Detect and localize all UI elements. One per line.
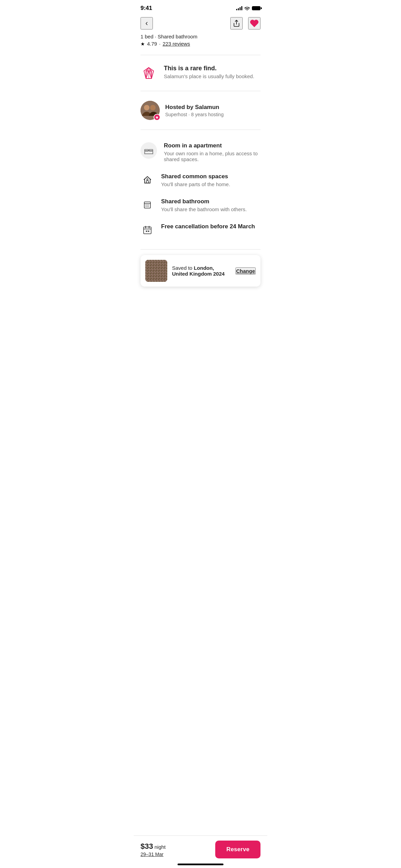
status-icons [236,6,260,10]
back-button[interactable]: ‹ [141,17,153,29]
superhost-badge [154,114,160,121]
change-list-button[interactable]: Change [235,267,256,275]
rating-separator: · [159,41,160,47]
feature-free-cancellation: Free cancellation before 24 March [141,218,260,242]
signal-icon [236,6,242,10]
features-section: Room in a apartment Your own room in a h… [134,134,267,245]
property-type: 1 bed · Shared bathroom [141,34,260,39]
feature-room-title: Room in a apartment [164,142,260,149]
rating-number: 4.79 [147,41,157,47]
svg-point-9 [150,105,156,110]
feature-shared-common: Shared common spaces You'll share parts … [141,168,260,193]
saved-banner: Saved to London, United Kingdom 2024 Cha… [141,255,260,287]
price-row: $33 night [141,842,166,851]
rare-find-section: This is a rare find. Salamun's place is … [134,59,267,87]
host-name: Hosted by Salamun [165,104,223,111]
nav-bar: ‹ [134,14,267,34]
rare-find-description: Salamun's place is usually fully booked. [164,73,254,79]
saved-text: Saved to London, United Kingdom 2024 [172,265,231,277]
divider-3 [141,130,260,130]
divider-1 [141,55,260,55]
svg-marker-4 [149,71,151,79]
svg-marker-3 [146,71,149,79]
divider-4 [141,249,260,250]
price-section: $33 night 29–31 Mar [141,842,166,857]
feature-shared-common-text: Shared common spaces You'll share parts … [161,173,230,187]
property-summary: 1 bed · Shared bathroom ★ 4.79 · 223 rev… [134,34,267,51]
rare-find-title: This is a rare find. [164,65,254,72]
rare-find-text: This is a rare find. Salamun's place is … [164,65,254,79]
svg-rect-29 [144,227,151,234]
back-arrow-icon: ‹ [145,19,148,28]
shared-bathroom-icon [141,198,154,212]
feature-free-cancellation-text: Free cancellation before 24 March [161,223,255,231]
page-content: 1 bed · Shared bathroom ★ 4.79 · 223 rev… [134,34,267,333]
nav-actions [230,17,260,29]
feature-shared-common-description: You'll share parts of the home. [161,181,230,187]
saved-info: Saved to London, United Kingdom 2024 [172,265,231,277]
feature-shared-bathroom: Shared bathroom You'll share the bathroo… [141,193,260,218]
reviews-link[interactable]: 223 reviews [162,41,190,47]
home-indicator [178,864,223,865]
host-avatar-wrap [141,101,160,120]
svg-marker-10 [156,116,159,119]
favorite-button[interactable] [248,17,260,29]
status-time: 9:41 [141,5,152,12]
star-icon: ★ [141,41,145,47]
feature-free-cancellation-title: Free cancellation before 24 March [161,223,255,230]
saved-thumbnail-image [145,260,167,282]
free-cancellation-icon [141,223,154,237]
saved-thumbnail [145,260,167,282]
host-subtitle: Superhost · 8 years hosting [165,112,223,117]
status-bar: 9:41 [134,0,267,14]
host-info: Hosted by Salamun Superhost · 8 years ho… [165,104,223,117]
host-section: Hosted by Salamun Superhost · 8 years ho… [134,95,267,125]
divider-2 [141,91,260,91]
svg-rect-19 [144,202,150,208]
svg-rect-17 [146,181,148,183]
battery-icon [252,6,260,10]
feature-room-apartment: Room in a apartment Your own room in a h… [141,137,260,168]
rating-row: ★ 4.79 · 223 reviews [141,41,260,47]
price-dates[interactable]: 29–31 Mar [141,852,166,857]
feature-shared-bathroom-text: Shared bathroom You'll share the bathroo… [161,198,247,212]
feature-room-description: Your own room in a home, plus access to … [164,150,260,162]
wifi-icon [244,6,250,10]
share-button[interactable] [230,17,243,29]
feature-shared-bathroom-title: Shared bathroom [161,198,247,205]
svg-point-8 [144,105,149,110]
reserve-button[interactable]: Reserve [215,841,260,858]
feature-room-text: Room in a apartment Your own room in a h… [164,142,260,162]
svg-point-18 [147,179,148,180]
heart-icon [250,19,259,28]
diamond-icon [141,65,157,81]
price-unit: night [155,844,166,850]
feature-shared-common-title: Shared common spaces [161,173,230,180]
price-amount: $33 [141,842,153,851]
shared-common-icon [141,173,154,187]
share-icon [233,20,240,27]
room-apartment-icon [141,142,157,159]
saved-to-label: Saved to [172,265,194,271]
bottom-bar: $33 night 29–31 Mar Reserve [134,835,267,868]
feature-shared-bathroom-description: You'll share the bathroom with others. [161,206,247,212]
